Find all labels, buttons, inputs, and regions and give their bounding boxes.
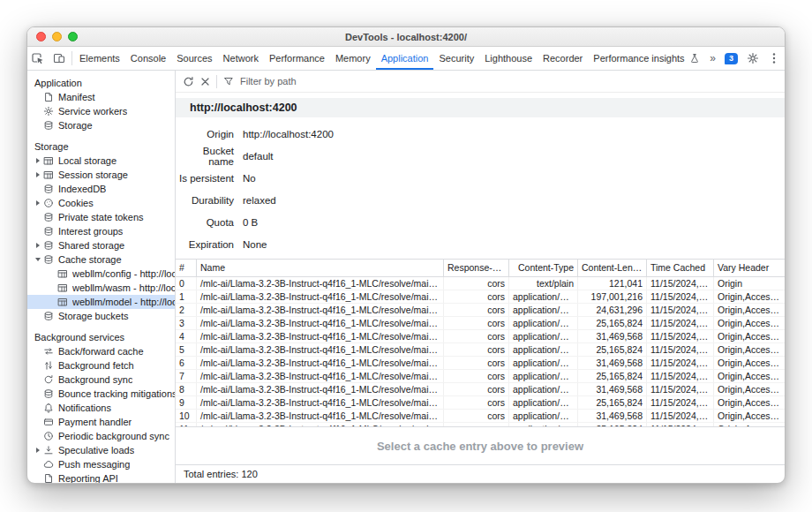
cell: 11/15/2024, 10…: [647, 410, 714, 422]
tab-elements[interactable]: Elements: [74, 47, 125, 70]
sidebar-item-bounce-tracking-mitigations[interactable]: Bounce tracking mitigations: [27, 387, 175, 401]
close-window-button[interactable]: [36, 32, 46, 41]
cache-row-10[interactable]: 10/mlc-ai/Llama-3.2-3B-Instruct-q4f16_1-…: [176, 410, 785, 423]
chevron-right-icon[interactable]: [33, 448, 42, 453]
cache-row-7[interactable]: 7/mlc-ai/Llama-3.2-3B-Instruct-q4f16_1-M…: [176, 370, 785, 383]
tab-sources[interactable]: Sources: [171, 47, 217, 70]
chevron-right-icon[interactable]: [33, 200, 42, 206]
chevron-down-icon[interactable]: [33, 258, 42, 261]
tab-security[interactable]: Security: [433, 47, 479, 70]
window-titlebar[interactable]: DevTools - localhost:4200/: [27, 27, 785, 47]
cell: 25,165,824: [578, 370, 647, 382]
column-header-content-type[interactable]: Content-Type: [509, 260, 578, 276]
tab-label: Memory: [335, 53, 371, 64]
devtools-content: ApplicationManifestService workersStorag…: [27, 71, 785, 483]
sidebar-item-payment-handler[interactable]: Payment handler: [27, 415, 175, 429]
settings-gear-icon[interactable]: [742, 47, 763, 70]
sidebar-item-periodic-background-sync[interactable]: Periodic background sync: [27, 429, 175, 443]
sidebar-item-interest-groups[interactable]: Interest groups: [27, 224, 175, 238]
cache-row-5[interactable]: 5/mlc-ai/Llama-3.2-3B-Instruct-q4f16_1-M…: [176, 343, 785, 357]
filter-icon[interactable]: [223, 76, 234, 87]
sidebar-item-label: Service workers: [58, 106, 127, 117]
tab-label: Application: [381, 53, 429, 64]
sidebar-item-manifest[interactable]: Manifest: [27, 90, 175, 104]
device-toolbar-icon[interactable]: [49, 47, 70, 70]
table-icon: [56, 282, 69, 293]
cell: application/oc…: [509, 317, 578, 329]
chevron-right-icon[interactable]: [33, 243, 42, 248]
sidebar-item-service-workers[interactable]: Service workers: [27, 104, 175, 118]
sidebar-item-background-sync[interactable]: Background sync: [27, 373, 175, 387]
sidebar-item-reporting-api[interactable]: Reporting API: [27, 471, 175, 483]
tab-network[interactable]: Network: [218, 47, 264, 70]
column-header-name[interactable]: Name: [197, 260, 444, 276]
cache-row-3[interactable]: 3/mlc-ai/Llama-3.2-3B-Instruct-q4f16_1-M…: [176, 317, 785, 330]
sync-icon: [42, 374, 55, 385]
column-header-vary-header[interactable]: Vary Header: [714, 260, 785, 276]
sidebar-item-session-storage[interactable]: Session storage: [27, 168, 175, 182]
cache-row-0[interactable]: 0/mlc-ai/Llama-3.2-3B-Instruct-q4f16_1-M…: [176, 277, 785, 290]
more-tabs-chevron[interactable]: »: [705, 47, 720, 70]
clock-icon: [42, 431, 55, 441]
tab-console[interactable]: Console: [125, 47, 171, 70]
zoom-window-button[interactable]: [68, 32, 78, 41]
filter-by-path-input[interactable]: Filter by path: [240, 76, 297, 87]
meta-value: None: [243, 239, 267, 250]
sidebar-item-shared-storage[interactable]: Shared storage: [27, 238, 175, 252]
cell: Origin,Access…: [714, 357, 785, 369]
sidebar-item-label: Back/forward cache: [58, 346, 144, 357]
cache-row-9[interactable]: 9/mlc-ai/Llama-3.2-3B-Instruct-q4f16_1-M…: [176, 396, 785, 410]
sidebar-item-webllm-model-http-loc[interactable]: webllm/model - http://loc…: [27, 295, 175, 309]
sidebar-item-push-messaging[interactable]: Push messaging: [27, 457, 175, 471]
cell: 25,165,824: [578, 343, 647, 356]
kebab-menu-icon[interactable]: [763, 47, 785, 70]
document-icon: [42, 92, 55, 102]
inspect-icon[interactable]: [27, 47, 49, 70]
cache-row-8[interactable]: 8/mlc-ai/Llama-3.2-3B-Instruct-q4f16_1-M…: [176, 383, 785, 396]
column-header-response-type[interactable]: Response-Type: [444, 260, 509, 276]
cache-storage-panel: Filter by path http://localhost:4200 Ori…: [176, 71, 785, 483]
delete-selected-icon[interactable]: [200, 77, 210, 87]
minimize-window-button[interactable]: [52, 32, 62, 41]
sidebar-item-label: Bounce tracking mitigations: [58, 388, 175, 399]
column-header-time-cached[interactable]: Time Cached: [647, 260, 714, 276]
sidebar-item-back-forward-cache[interactable]: Back/forward cache: [27, 344, 175, 358]
refresh-icon[interactable]: [183, 76, 194, 87]
cache-row-4[interactable]: 4/mlc-ai/Llama-3.2-3B-Instruct-q4f16_1-M…: [176, 330, 785, 343]
meta-label: Quota: [176, 217, 234, 228]
sidebar-item-storage[interactable]: Storage: [27, 118, 175, 132]
tabbar-right-icons: [742, 47, 785, 70]
chevron-right-icon[interactable]: [33, 172, 42, 177]
sidebar-item-speculative-loads[interactable]: Speculative loads: [27, 443, 175, 457]
cache-row-6[interactable]: 6/mlc-ai/Llama-3.2-3B-Instruct-q4f16_1-M…: [176, 357, 785, 370]
tab-recorder[interactable]: Recorder: [538, 47, 588, 70]
sidebar-section-application: Application: [27, 76, 175, 90]
cache-row-1[interactable]: 1/mlc-ai/Llama-3.2-3B-Instruct-q4f16_1-M…: [176, 290, 785, 304]
tab-memory[interactable]: Memory: [330, 47, 376, 70]
sidebar-item-indexeddb[interactable]: IndexedDB: [27, 182, 175, 196]
console-messages-badge[interactable]: 3: [725, 53, 738, 64]
cell: cors: [444, 277, 509, 290]
tab-lighthouse[interactable]: Lighthouse: [479, 47, 538, 70]
sidebar-item-notifications[interactable]: Notifications: [27, 401, 175, 415]
cache-row-2[interactable]: 2/mlc-ai/Llama-3.2-3B-Instruct-q4f16_1-M…: [176, 304, 785, 317]
window-title: DevTools - localhost:4200/: [27, 32, 785, 42]
meta-label: Is persistent: [176, 173, 234, 184]
tab-performance[interactable]: Performance: [264, 47, 330, 70]
sidebar-item-webllm-wasm-http-loca[interactable]: webllm/wasm - http://loca…: [27, 281, 175, 295]
sidebar-item-cache-storage[interactable]: Cache storage: [27, 252, 175, 267]
cell: 11/15/2024, 10…: [647, 330, 714, 343]
tabbar-left-icons: [27, 47, 70, 70]
column-header-content-length[interactable]: Content-Length: [578, 260, 647, 276]
sidebar-item-background-fetch[interactable]: Background fetch: [27, 358, 175, 373]
sidebar-item-webllm-config-http-loc[interactable]: webllm/config - http://loc…: [27, 267, 175, 281]
sidebar-item-cookies[interactable]: Cookies: [27, 196, 175, 210]
sidebar-item-storage-buckets[interactable]: Storage buckets: [27, 309, 175, 323]
chevron-right-icon[interactable]: [33, 158, 42, 163]
cell: 31,469,568: [578, 330, 647, 343]
sidebar-item-private-state-tokens[interactable]: Private state tokens: [27, 210, 175, 224]
column-header-[interactable]: #: [176, 260, 197, 276]
tab-performance-insights[interactable]: Performance insights: [588, 47, 705, 70]
tab-application[interactable]: Application: [376, 47, 434, 70]
sidebar-item-local-storage[interactable]: Local storage: [27, 154, 175, 168]
